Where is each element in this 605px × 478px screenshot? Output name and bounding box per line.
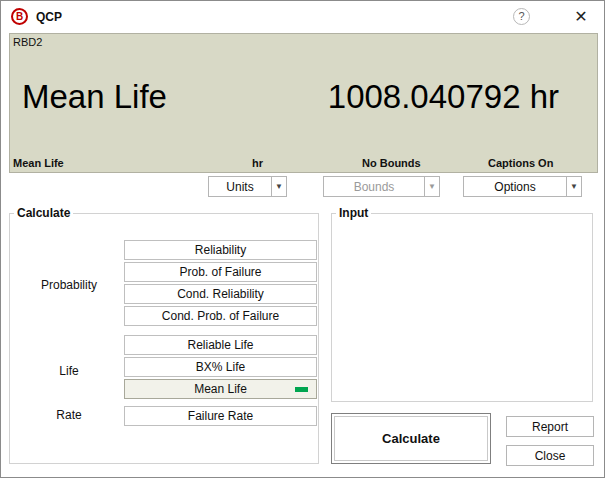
help-icon[interactable]: ? bbox=[513, 8, 530, 25]
probability-group-label: Probability bbox=[18, 278, 120, 292]
footer-units: hr bbox=[252, 157, 263, 169]
bx-life-button[interactable]: BX% Life bbox=[124, 357, 317, 377]
mean-life-button-label: Mean Life bbox=[194, 382, 247, 396]
result-value: 1008.040792 hr bbox=[328, 78, 559, 116]
input-groupbox: Input bbox=[331, 206, 593, 402]
prob-of-failure-button[interactable]: Prob. of Failure bbox=[124, 262, 317, 282]
reliable-life-button[interactable]: Reliable Life bbox=[124, 335, 317, 355]
options-button[interactable]: Options bbox=[463, 176, 567, 197]
results-panel: RBD2 Mean Life 1008.040792 hr Mean Life … bbox=[9, 33, 598, 173]
failure-rate-button[interactable]: Failure Rate bbox=[124, 406, 317, 426]
report-button[interactable]: Report bbox=[506, 416, 594, 437]
units-chevron-down-icon[interactable]: ▼ bbox=[271, 176, 287, 197]
footer-metric: Mean Life bbox=[13, 157, 64, 169]
app-icon: B bbox=[11, 8, 28, 25]
rate-group-label: Rate bbox=[18, 408, 120, 422]
close-icon[interactable]: ✕ bbox=[570, 6, 592, 28]
footer-captions: Captions On bbox=[488, 157, 553, 169]
footer-bounds: No Bounds bbox=[362, 157, 421, 169]
calculate-groupbox: Calculate Probability Life Rate Reliabil… bbox=[9, 206, 319, 464]
selected-indicator bbox=[295, 387, 308, 392]
title-bar: B QCP ? ✕ bbox=[1, 1, 604, 32]
options-chevron-down-icon[interactable]: ▼ bbox=[566, 176, 582, 197]
model-label: RBD2 bbox=[13, 36, 42, 48]
mean-life-button[interactable]: Mean Life bbox=[124, 379, 317, 399]
options-dropdown: Options ▼ bbox=[463, 176, 582, 197]
qcp-window: B QCP ? ✕ RBD2 Mean Life 1008.040792 hr … bbox=[0, 0, 605, 478]
cond-reliability-button[interactable]: Cond. Reliability bbox=[124, 284, 317, 304]
result-metric-label: Mean Life bbox=[22, 78, 167, 116]
life-group-label: Life bbox=[18, 364, 120, 378]
bounds-dropdown: Bounds ▼ bbox=[323, 176, 440, 197]
window-title: QCP bbox=[36, 10, 62, 24]
calculate-button[interactable]: Calculate bbox=[331, 413, 491, 464]
bounds-chevron-down-icon[interactable]: ▼ bbox=[424, 176, 440, 197]
cond-prob-of-failure-button[interactable]: Cond. Prob. of Failure bbox=[124, 306, 317, 326]
close-button[interactable]: Close bbox=[506, 445, 594, 466]
bounds-button[interactable]: Bounds bbox=[323, 176, 425, 197]
input-groupbox-title: Input bbox=[336, 206, 371, 220]
units-button[interactable]: Units bbox=[208, 176, 272, 197]
calculate-groupbox-title: Calculate bbox=[14, 206, 73, 220]
units-dropdown: Units ▼ bbox=[208, 176, 287, 197]
reliability-button[interactable]: Reliability bbox=[124, 240, 317, 260]
